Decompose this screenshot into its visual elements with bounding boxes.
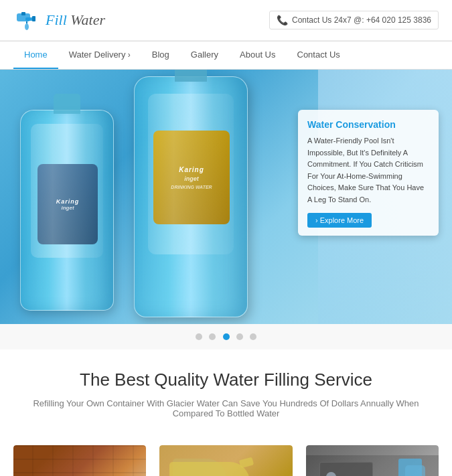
hero-background: Karing inget Karing inget Drinking Water… [0, 70, 452, 324]
nav-link-gallery[interactable]: Gallery [180, 42, 229, 68]
phone-icon: 📞 [277, 15, 288, 25]
drink-img-bg [306, 445, 439, 476]
service-cards-row: Flood Response Service Bulk Water Supply [0, 432, 452, 476]
dot-3[interactable] [223, 333, 230, 340]
service-card-bulk[interactable]: Bulk Water Supply [159, 445, 292, 476]
contact-text: Contact Us 24x7 @: +64 020 125 3836 [292, 15, 431, 25]
bulk-image [159, 445, 292, 476]
svg-point-3 [25, 23, 29, 30]
hero-info-card: Water Conservation A Water-Friendly Pool… [298, 110, 439, 236]
nav-item-contact[interactable]: Contact Us [287, 42, 351, 69]
flood-img-bg [13, 445, 146, 476]
service-card-flood[interactable]: Flood Response Service [13, 445, 146, 476]
slider-dots [0, 324, 452, 349]
dot-1[interactable] [196, 333, 202, 340]
dot-2[interactable] [209, 333, 216, 340]
explore-more-button[interactable]: › Explore More [307, 213, 372, 228]
nav-item-blog[interactable]: Blog [141, 42, 180, 69]
hero-section: Karing inget Karing inget Drinking Water… [0, 70, 452, 324]
nav-item-home[interactable]: Home [13, 42, 58, 69]
nav-link-blog[interactable]: Blog [141, 42, 180, 68]
flood-image [13, 445, 146, 476]
svg-rect-5 [21, 12, 25, 15]
card-title: Water Conservation [307, 119, 429, 130]
site-header: Fill Water 📞 Contact Us 24x7 @: +64 020 … [0, 0, 452, 40]
water-bottle-right: Karing inget Drinking Water [134, 76, 248, 317]
bottle-label-left: Karing inget [37, 164, 98, 244]
contact-info-header: 📞 Contact Us 24x7 @: +64 020 125 3836 [269, 11, 439, 29]
water-bottle-left: Karing inget [20, 110, 114, 311]
nav-item-water-delivery[interactable]: Water Delivery [58, 42, 141, 69]
card-description: A Water-Friendly Pool Isn't Impossible, … [307, 135, 429, 206]
nav-item-gallery[interactable]: Gallery [180, 42, 229, 69]
nav-item-about[interactable]: About Us [229, 42, 286, 69]
drink-image [306, 445, 439, 476]
service-card-drinking[interactable]: Drinking Water Supply [306, 445, 439, 476]
main-content-section: The Best Quality Water Filling Service R… [0, 349, 452, 432]
nav-link-contact[interactable]: Contact Us [287, 42, 351, 68]
nav-link-water-delivery[interactable]: Water Delivery [58, 42, 141, 68]
dot-4[interactable] [236, 333, 243, 340]
nav-link-about[interactable]: About Us [229, 42, 286, 68]
faucet-icon [13, 7, 40, 33]
nav-link-home[interactable]: Home [13, 42, 58, 69]
bulk-img-bg [159, 445, 292, 476]
bottle-label-right: Karing inget Drinking Water [153, 131, 230, 224]
main-heading: The Best Quality Water Filling Service [13, 370, 439, 390]
site-logo[interactable]: Fill Water [13, 7, 105, 33]
svg-rect-2 [32, 16, 35, 21]
logo-text: Fill Water [46, 11, 105, 29]
main-subtext: Refilling Your Own Container With Glacie… [25, 398, 427, 418]
main-nav: Home Water Delivery Blog Gallery About U… [0, 41, 452, 70]
dot-5[interactable] [250, 333, 256, 340]
